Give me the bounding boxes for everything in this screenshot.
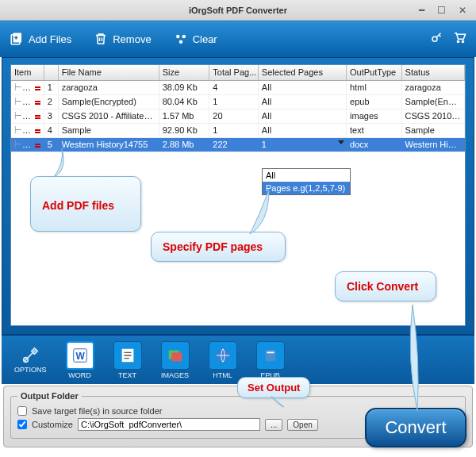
svg-point-5: [432, 36, 437, 41]
col-item[interactable]: Item: [11, 65, 44, 80]
col-outputtype[interactable]: OutPutType: [347, 65, 402, 80]
pdf-icon: [33, 140, 42, 151]
pdf-icon: [33, 112, 42, 122]
callout-add-files: Add PDF files: [30, 176, 141, 232]
clear-icon: [174, 32, 188, 46]
col-filename[interactable]: File Name: [59, 65, 159, 80]
app-title: iOrgSoft PDF Converter: [189, 6, 287, 15]
output-path-input[interactable]: [78, 418, 260, 431]
images-icon: [167, 347, 184, 364]
add-files-icon: [10, 32, 24, 46]
svg-point-4: [178, 40, 182, 44]
trash-icon: [94, 32, 108, 46]
text-icon: [119, 347, 136, 364]
customize-checkbox[interactable]: [17, 420, 27, 429]
dropdown-option-all[interactable]: All: [263, 169, 350, 182]
format-html[interactable]: HTML: [209, 341, 237, 379]
col-status[interactable]: Status: [402, 65, 465, 80]
main-toolbar: Add Files Remove Clear: [0, 21, 476, 57]
format-images[interactable]: IMAGES: [161, 341, 190, 379]
grid-header: Item File Name Size Total Pag... Selecte…: [11, 65, 465, 81]
table-row[interactable]: ⊢1zaragoza38.09 Kb4Allhtmlzaragoza: [11, 81, 465, 95]
html-icon: [214, 347, 232, 364]
content-area: Item File Name Size Total Pag... Selecte…: [2, 57, 474, 335]
customize-label: Customize: [32, 420, 73, 429]
table-row[interactable]: ⊢2Sample(Encrypted)80.04 Kb1AllepubSampl…: [11, 95, 465, 109]
save-in-source-label: Save target file(s) in source folder: [32, 406, 162, 416]
svg-point-2: [176, 35, 180, 39]
table-row[interactable]: ⊢5Western History147552.88 Mb2221docxWes…: [11, 138, 465, 152]
format-text[interactable]: TEXT: [113, 341, 142, 379]
svg-point-3: [182, 35, 186, 39]
pdf-icon: [33, 126, 42, 136]
word-icon: W: [71, 347, 89, 364]
file-grid: Item File Name Size Total Pag... Selecte…: [10, 64, 466, 326]
callout-click-convert: Click Convert: [335, 271, 436, 301]
add-files-button[interactable]: Add Files: [10, 32, 71, 46]
format-epub[interactable]: EPUB: [256, 341, 285, 379]
options-icon: [21, 347, 39, 364]
svg-point-7: [462, 40, 463, 42]
key-icon[interactable]: [430, 30, 444, 48]
table-row[interactable]: ⊢4Sample92.90 Kb1AlltextSample: [11, 124, 465, 138]
cart-icon[interactable]: [452, 30, 466, 48]
pdf-icon: [33, 98, 42, 108]
chevron-down-icon[interactable]: [338, 140, 344, 144]
callout-specify-pages: Specify PDF pages: [151, 232, 286, 262]
save-in-source-checkbox[interactable]: [17, 406, 27, 416]
svg-rect-13: [171, 352, 182, 361]
epub-icon: [262, 347, 279, 364]
titlebar: iOrgSoft PDF Converter ━ ☐ ✕: [0, 0, 476, 21]
minimize-button[interactable]: ━: [416, 5, 428, 16]
table-row[interactable]: ⊢3CSGS 2010 - Affiliates_D...1.57 Mb20Al…: [11, 109, 465, 124]
convert-callout-tail: [397, 303, 428, 414]
svg-text:W: W: [75, 350, 85, 361]
close-button[interactable]: ✕: [455, 5, 470, 16]
remove-button[interactable]: Remove: [94, 32, 151, 46]
col-size[interactable]: Size: [159, 65, 210, 80]
maximize-button[interactable]: ☐: [434, 5, 449, 16]
open-button[interactable]: Open: [287, 419, 317, 431]
col-selectedpages[interactable]: Selected Pages: [259, 65, 347, 80]
svg-rect-16: [267, 351, 274, 353]
col-icon[interactable]: [44, 65, 59, 80]
col-totalpages[interactable]: Total Pag...: [209, 65, 259, 80]
pdf-icon: [33, 83, 42, 94]
callout-set-output: Set Output: [237, 377, 310, 398]
svg-rect-15: [265, 349, 275, 361]
clear-button[interactable]: Clear: [174, 32, 217, 46]
browse-button[interactable]: ...: [265, 419, 282, 431]
output-folder-legend: Output Folder: [17, 391, 82, 401]
format-word[interactable]: W WORD: [66, 341, 94, 379]
options-button[interactable]: Options: [14, 347, 47, 374]
svg-point-6: [457, 40, 459, 42]
